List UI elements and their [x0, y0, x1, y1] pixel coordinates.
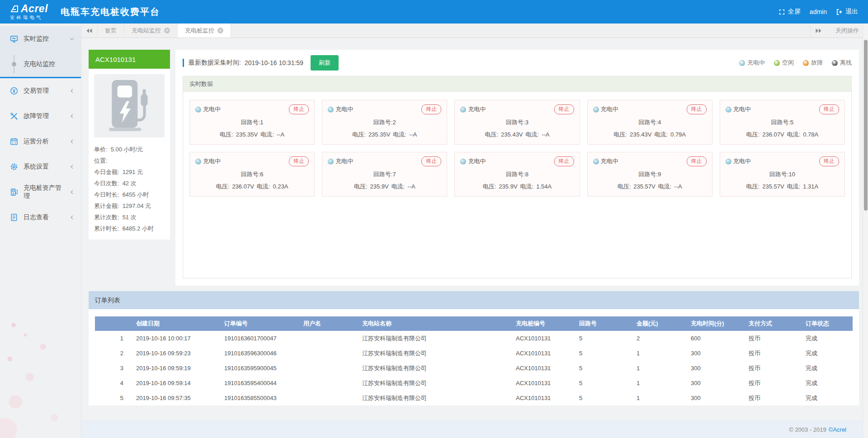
circuit-number: 回路号:7	[328, 170, 441, 179]
voltage-label: 电压:	[354, 183, 368, 190]
settings-icon	[10, 163, 18, 171]
circuit-status: 充电中	[601, 105, 618, 113]
station-stat: 今日时长:6455 小时	[94, 189, 165, 200]
table-row[interactable]: 52019-10-16 09:57:351910163585500043江苏安科…	[95, 391, 853, 405]
voltage-value: 236.07V	[762, 131, 784, 138]
row-cell: 2019-10-16 09:59:19	[129, 361, 217, 376]
row-cell: 5	[572, 361, 629, 376]
sidebar-item-pile-asset-mgmt[interactable]: 充电桩资产管理	[0, 179, 81, 205]
row-cell: 投币	[741, 361, 798, 376]
terminate-button[interactable]: 终止	[687, 104, 707, 114]
tab-station-monitor[interactable]: 充电站监控×	[124, 24, 178, 38]
tab-pile-monitor[interactable]: 充电桩监控×	[178, 24, 231, 38]
tab-home[interactable]: 首页	[98, 24, 124, 38]
circuit-power: 电压:235.9V电流:1.54A	[460, 183, 574, 191]
circuit-status: 充电中	[468, 105, 486, 113]
circuit-number-value: 3	[525, 119, 528, 126]
tabs-scroll-right-icon[interactable]	[810, 24, 826, 38]
sidebar-item-realtime-monitor[interactable]: 实时监控	[0, 26, 81, 52]
terminate-button[interactable]: 终止	[687, 156, 707, 166]
circuit-number: 回路号:6	[195, 170, 309, 179]
tabs-scroll-left-icon[interactable]	[81, 24, 98, 38]
circuit-number: 回路号:4	[593, 118, 707, 127]
sidebar-subitem-station-monitor[interactable]: 充电站监控	[0, 52, 81, 77]
sidebar-item-log-view[interactable]: 日志查看	[0, 205, 81, 230]
logout-button[interactable]: 退出	[836, 8, 858, 16]
terminate-button[interactable]: 终止	[819, 104, 839, 114]
charging-pile-image	[94, 74, 165, 137]
sidebar-subitem-label: 充电站监控	[24, 60, 55, 68]
circuit-number-value: 7	[392, 171, 396, 178]
terminate-button[interactable]: 终止	[289, 156, 309, 166]
voltage-label: 电压:	[618, 183, 631, 190]
current-value: 1.31A	[803, 183, 818, 190]
table-row[interactable]: 12019-10-16 10:00:171910163601700047江苏安科…	[95, 331, 853, 346]
terminate-button[interactable]: 终止	[421, 104, 441, 114]
terminate-button[interactable]: 终止	[421, 156, 441, 166]
sidebar-item-transaction-mgmt[interactable]: 交易管理	[0, 78, 81, 104]
current-value: 1.54A	[536, 183, 552, 190]
row-cell	[296, 346, 355, 361]
station-stat: 单价:5.00 小时/元	[94, 144, 165, 155]
user-menu[interactable]: admin	[810, 8, 827, 15]
circuit-number: 回路号:10	[726, 170, 839, 179]
sidebar-item-operation-analysis[interactable]: 运营分析	[0, 129, 81, 154]
row-cell: 投币	[741, 391, 798, 405]
logo-subtext: 安科瑞电气	[10, 15, 48, 20]
tab-close-icon[interactable]: ×	[217, 28, 223, 33]
row-index: 1	[95, 331, 129, 346]
orders-table: 创建日期订单编号用户名充电站名称充电桩编号回路号金额(元)充电时间(分)支付方式…	[95, 316, 853, 405]
table-row[interactable]: 32019-10-16 09:59:191910163595900045江苏安科…	[95, 361, 853, 376]
circuit-number-value: 8	[525, 171, 528, 178]
refresh-button[interactable]: 刷新	[311, 55, 339, 71]
terminate-button[interactable]: 终止	[289, 104, 309, 114]
circuit-card: 充电中终止回路号:10电压:235.57V电流:1.31A	[720, 152, 845, 197]
charging-status-icon	[726, 107, 731, 113]
circuit-number-value: 4	[658, 119, 661, 126]
column-header: 创建日期	[129, 316, 217, 331]
sidebar-item-fault-mgmt[interactable]: 故障管理	[0, 104, 81, 129]
column-header: 订单状态	[798, 316, 853, 331]
orders-panel: 订单列表 创建日期订单编号用户名充电站名称充电桩编号回路号金额(元)充电时间(分…	[89, 291, 859, 405]
voltage-value: 235.35V	[368, 131, 390, 138]
voltage-label: 电压:	[746, 131, 760, 138]
acrel-link[interactable]: ©Acrel	[829, 426, 846, 433]
row-cell: 1	[629, 346, 684, 361]
row-cell: 2	[629, 331, 684, 346]
scrollbar-thumb[interactable]	[864, 40, 868, 211]
voltage-label: 电压:	[352, 131, 366, 138]
terminate-button[interactable]: 终止	[554, 104, 574, 114]
circuit-number-value: 6	[260, 171, 263, 178]
tab-close-icon[interactable]: ×	[164, 28, 170, 33]
row-cell: 江苏安科瑞制造有限公司	[355, 331, 509, 346]
row-cell: 2019-10-16 10:00:17	[129, 331, 217, 346]
voltage-value: 235.43V	[501, 131, 523, 138]
current-label: 电流:	[654, 131, 668, 138]
circuit-number-label: 回路号:	[771, 119, 790, 126]
sidebar-item-system-settings[interactable]: 系统设置	[0, 154, 81, 179]
row-cell: ACX1010131	[509, 361, 572, 376]
row-cell: 投币	[741, 346, 798, 361]
terminate-button[interactable]: 终止	[554, 156, 574, 166]
collect-time-label: 最新数据采集时间:	[189, 59, 241, 67]
current-label: 电流:	[520, 183, 534, 190]
legend-item: 离线	[832, 59, 852, 67]
vertical-scrollbar[interactable]	[863, 24, 868, 438]
fullscreen-button[interactable]: 全屏	[778, 8, 801, 16]
row-cell: 5	[572, 331, 629, 346]
circuit-number: 回路号:8	[460, 170, 574, 179]
tree-dot-icon	[12, 62, 16, 66]
circuit-card: 充电中终止回路号:1电压:235.35V电流:--A	[189, 100, 315, 145]
tab-label: 充电桩监控	[185, 27, 214, 35]
table-row[interactable]: 22019-10-16 09:59:231910163596300046江苏安科…	[95, 346, 853, 361]
close-operations-button[interactable]: 关闭操作	[826, 24, 868, 38]
status-legend: 充电中空闲故障离线	[739, 59, 852, 67]
table-row[interactable]: 42019-10-16 09:59:141910163595400044江苏安科…	[95, 376, 853, 391]
terminate-button[interactable]: 终止	[819, 156, 839, 166]
current-value: 0.78A	[803, 131, 818, 138]
row-cell: 1	[629, 361, 684, 376]
tab-label: 充电站监控	[132, 27, 161, 35]
fault-icon	[10, 112, 18, 120]
row-cell: 完成	[798, 346, 853, 361]
row-cell: ACX1010131	[509, 376, 572, 391]
